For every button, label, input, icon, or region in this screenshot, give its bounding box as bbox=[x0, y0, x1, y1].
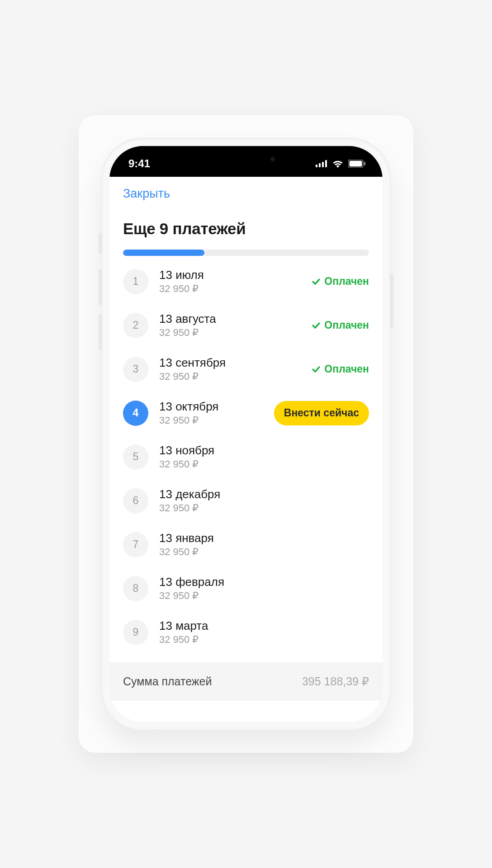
total-value: 395 188,39 ₽ bbox=[302, 675, 369, 688]
payment-amount: 32 950 ₽ bbox=[159, 283, 312, 295]
payment-row: 2 13 августа 32 950 ₽ Оплачен bbox=[123, 303, 369, 347]
progress-bar bbox=[123, 250, 369, 256]
payment-date: 13 октября bbox=[159, 400, 274, 414]
svg-rect-6 bbox=[364, 162, 365, 165]
paid-label: Оплачен bbox=[324, 319, 369, 331]
payment-number: 2 bbox=[123, 313, 148, 338]
payment-date: 13 ноября bbox=[159, 443, 369, 458]
payment-date: 13 августа bbox=[159, 312, 312, 326]
progress-fill bbox=[123, 250, 204, 256]
payment-amount: 32 950 ₽ bbox=[159, 546, 369, 558]
payment-date: 13 февраля bbox=[159, 575, 369, 589]
payment-date: 13 июля bbox=[159, 268, 312, 282]
payment-number: 9 bbox=[123, 620, 148, 645]
payment-row: 5 13 ноября 32 950 ₽ bbox=[123, 435, 369, 479]
payment-amount: 32 950 ₽ bbox=[159, 458, 369, 470]
payment-number: 3 bbox=[123, 357, 148, 382]
page-title: Еще 9 платежей bbox=[123, 220, 369, 238]
svg-rect-0 bbox=[316, 165, 317, 167]
payment-amount: 32 950 ₽ bbox=[159, 371, 312, 382]
payment-list: 1 13 июля 32 950 ₽ Оплачен 2 13 августа … bbox=[123, 259, 369, 654]
status-time: 9:41 bbox=[128, 153, 150, 170]
device-notch bbox=[183, 146, 309, 170]
payment-date: 13 марта bbox=[159, 619, 369, 633]
payment-number: 4 bbox=[123, 401, 148, 426]
close-button[interactable]: Закрыть bbox=[123, 187, 170, 201]
payment-date: 13 января bbox=[159, 531, 369, 545]
paid-label: Оплачен bbox=[324, 275, 369, 288]
payment-row: 3 13 сентября 32 950 ₽ Оплачен bbox=[123, 347, 369, 391]
payment-row: 6 13 декабря 32 950 ₽ bbox=[123, 479, 369, 523]
svg-rect-5 bbox=[350, 161, 362, 167]
paid-status: Оплачен bbox=[312, 319, 369, 331]
payment-row: 4 13 октября 32 950 ₽ Внести сейчас bbox=[123, 391, 369, 435]
payment-amount: 32 950 ₽ bbox=[159, 590, 369, 602]
svg-rect-3 bbox=[325, 160, 327, 167]
payment-number: 6 bbox=[123, 488, 148, 514]
paid-label: Оплачен bbox=[324, 363, 369, 375]
payment-date: 13 сентября bbox=[159, 356, 312, 370]
payment-number: 1 bbox=[123, 269, 148, 294]
battery-icon bbox=[348, 160, 365, 168]
phone-frame: 9:41 Закрыть Еще 9 платежей bbox=[101, 138, 391, 730]
paid-status: Оплачен bbox=[312, 275, 369, 288]
paid-status: Оплачен bbox=[312, 363, 369, 375]
payment-amount: 32 950 ₽ bbox=[159, 415, 274, 426]
check-icon bbox=[312, 365, 321, 374]
svg-rect-1 bbox=[319, 163, 321, 167]
total-footer: Сумма платежей 395 188,39 ₽ bbox=[109, 662, 383, 701]
check-icon bbox=[312, 277, 321, 286]
payment-amount: 32 950 ₽ bbox=[159, 327, 312, 339]
wifi-icon bbox=[332, 160, 344, 168]
cellular-icon bbox=[316, 160, 327, 167]
payment-number: 8 bbox=[123, 576, 148, 601]
payment-number: 7 bbox=[123, 532, 148, 557]
svg-rect-2 bbox=[322, 162, 324, 167]
payment-row: 9 13 марта 32 950 ₽ bbox=[123, 610, 369, 654]
payment-number: 5 bbox=[123, 444, 148, 470]
payment-row: 7 13 января 32 950 ₽ bbox=[123, 523, 369, 566]
payment-row: 8 13 февраля 32 950 ₽ bbox=[123, 566, 369, 610]
payment-row: 1 13 июля 32 950 ₽ Оплачен bbox=[123, 259, 369, 303]
check-icon bbox=[312, 321, 321, 330]
payment-date: 13 декабря bbox=[159, 487, 369, 501]
pay-now-button[interactable]: Внести сейчас bbox=[274, 401, 369, 425]
payment-amount: 32 950 ₽ bbox=[159, 502, 369, 514]
payment-amount: 32 950 ₽ bbox=[159, 634, 369, 646]
total-label: Сумма платежей bbox=[123, 675, 212, 688]
